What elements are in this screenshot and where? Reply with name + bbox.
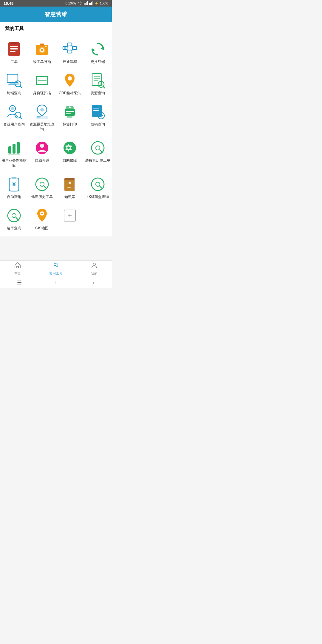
tool-xiuzhang[interactable]: 修障历史工单 (28, 172, 56, 203)
gongdan-icon (6, 41, 22, 57)
svg-text:¥: ¥ (12, 181, 16, 188)
svg-rect-62 (8, 146, 11, 154)
tool-shenfenz[interactable]: 身份证扫描 (28, 68, 56, 99)
zhuanyi-icon (90, 140, 106, 156)
biaoqian-label: 标签打印 (63, 122, 77, 127)
bottom-nav: 首页 常用工具 我的 (0, 260, 112, 277)
svg-rect-9 (10, 46, 18, 47)
svg-rect-36 (94, 76, 100, 77)
svg-rect-56 (93, 107, 97, 107)
svg-rect-63 (13, 144, 16, 154)
tool-biaoqian[interactable]: 标签打印 (56, 99, 84, 136)
home-icon (14, 262, 21, 271)
svg-rect-84 (67, 187, 71, 188)
tool-4k[interactable]: 4K机顶盒查询 (84, 172, 112, 203)
svg-rect-50 (65, 109, 75, 116)
android-menu[interactable]: ☰ (17, 279, 22, 286)
svg-rect-81 (74, 178, 75, 191)
kaikai-label: 开通流程 (63, 59, 77, 64)
ziyuanfu-label: 资源覆盖地址查询 (29, 122, 55, 132)
wifi-icon (78, 1, 83, 5)
tool-jungong[interactable]: 竣工单补拍 (28, 37, 56, 68)
status-time: 16:49 (4, 1, 13, 6)
android-back[interactable]: ‹ (93, 279, 95, 286)
nav-mine[interactable]: 我的 (85, 260, 104, 278)
tool-zhishiku[interactable]: 知识库 (56, 172, 84, 203)
svg-rect-80 (64, 178, 74, 180)
svg-rect-7 (92, 1, 93, 5)
svg-point-34 (68, 76, 72, 80)
4k-icon (90, 177, 106, 192)
svg-point-93 (93, 263, 95, 265)
svg-rect-20 (68, 43, 72, 46)
tool-ziyuanfu[interactable]: 资源覆盖地址查询 (28, 99, 56, 136)
svg-line-40 (103, 86, 105, 88)
tool-terminal[interactable]: 终端查询 (0, 68, 28, 99)
tool-zizhuxiu[interactable]: 自助修障 (56, 135, 84, 172)
4k-label: 4K机顶盒查询 (87, 194, 109, 199)
sulv-label: 速率查询 (7, 226, 21, 231)
tool-gongdan[interactable]: 工单 (0, 37, 28, 68)
gis-label: GIS地图 (35, 226, 49, 231)
nav-tools-label: 常用工具 (49, 271, 62, 276)
android-nav: ☰ □ ‹ (0, 277, 112, 288)
svg-rect-47 (36, 116, 48, 119)
section-title: 我的工具 (0, 22, 112, 34)
tool-ziyuanyong[interactable]: 资源用户查询 (0, 99, 28, 136)
svg-rect-11 (10, 51, 16, 52)
svg-rect-83 (67, 186, 72, 186)
android-home[interactable]: □ (56, 279, 59, 286)
svg-line-30 (20, 86, 21, 87)
svg-rect-3 (87, 1, 88, 5)
tool-genghuan[interactable]: 更换终端 (84, 37, 112, 68)
tool-zizhukait[interactable]: 自助开通 (28, 135, 56, 172)
charging-icon: ⚡ (95, 1, 99, 5)
svg-rect-38 (94, 80, 98, 81)
status-bar: 16:49 0.10K/s ⚡ 100% (0, 0, 112, 7)
ziyuanfu-icon (34, 104, 50, 120)
battery-level: 100% (100, 1, 108, 5)
ziyuancha-icon (90, 73, 106, 88)
svg-rect-74 (12, 177, 16, 179)
svg-point-71 (96, 146, 100, 150)
shenfenz-icon (34, 73, 50, 88)
nav-home[interactable]: 首页 (8, 260, 27, 278)
tool-zhuanyi[interactable]: 装移机历史工单 (84, 135, 112, 172)
tool-obd[interactable]: OBD坐标采集 (56, 68, 84, 99)
nav-mine-label: 我的 (91, 271, 97, 276)
tool-gis[interactable]: GIS地图 (28, 203, 56, 234)
svg-point-54 (69, 106, 71, 108)
svg-rect-1 (85, 3, 86, 5)
obd-icon (62, 73, 78, 88)
zizhuyingx-label: 自助营销 (7, 194, 21, 199)
ziyuancha-label: 资源查询 (91, 91, 105, 96)
tool-zizhuyingx[interactable]: ¥ 自助营销 (0, 172, 28, 203)
svg-rect-12 (11, 42, 17, 44)
svg-line-45 (20, 117, 21, 119)
tools-grid: 工单 竣工单补拍 (0, 34, 112, 236)
svg-rect-5 (90, 3, 91, 5)
svg-line-78 (44, 186, 47, 189)
jungong-label: 竣工单补拍 (33, 59, 51, 64)
svg-rect-28 (8, 84, 17, 85)
tool-suixiao[interactable]: 随销查询 (84, 99, 112, 136)
svg-point-86 (96, 182, 100, 186)
zhuanyi-label: 装移机历史工单 (85, 158, 110, 163)
zhishiku-icon (62, 177, 78, 192)
network-speed: 0.10K/s (66, 1, 77, 5)
svg-rect-58 (93, 110, 99, 111)
suixiao-label: 随销查询 (91, 122, 105, 127)
tool-sulv[interactable]: 速率查询 (0, 203, 28, 234)
zizhuyingx-icon: ¥ (6, 177, 22, 192)
tool-ziyuancha[interactable]: 资源查询 (84, 68, 112, 99)
biaoqian-icon (62, 104, 78, 120)
svg-point-46 (40, 108, 44, 112)
tool-add[interactable]: + (56, 203, 84, 234)
svg-line-72 (100, 150, 102, 152)
tool-kaikai[interactable]: 开通流程 (56, 37, 84, 68)
signal-icon2 (89, 1, 93, 5)
svg-rect-53 (67, 116, 72, 118)
nav-tools[interactable]: 常用工具 (43, 260, 68, 278)
gongdan-label: 工单 (10, 59, 18, 64)
tool-yewuzhib[interactable]: 用户业务性能指标 (0, 135, 28, 172)
